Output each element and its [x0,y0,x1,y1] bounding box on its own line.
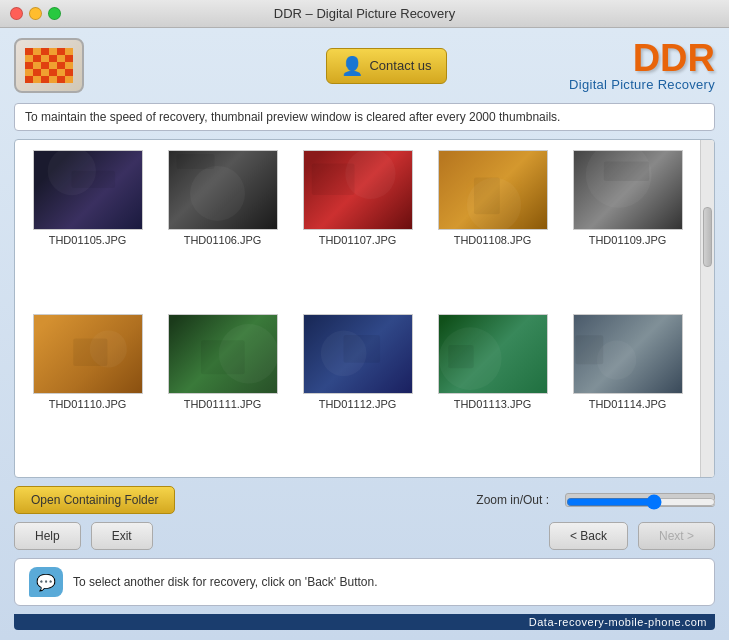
svg-rect-5 [176,154,214,169]
list-item[interactable]: THD01111.JPG [160,314,285,468]
thumbnail-image [168,314,278,394]
open-folder-button[interactable]: Open Containing Folder [14,486,175,514]
close-button[interactable] [10,7,23,20]
thumbnail-filename: THD01107.JPG [319,234,397,246]
titlebar: DDR – Digital Picture Recovery [0,0,729,28]
info-bar: To maintain the speed of recovery, thumb… [14,103,715,131]
nav-row: Help Exit < Back Next > [14,522,715,550]
zoom-range-input[interactable] [566,494,716,510]
svg-rect-14 [603,162,648,181]
list-item[interactable]: THD01108.JPG [430,150,555,304]
list-item[interactable]: THD01105.JPG [25,150,150,304]
thumbnail-filename: THD01114.JPG [589,398,667,410]
thumbnail-image [438,150,548,230]
ddr-title: DDR [569,39,715,77]
list-item[interactable]: THD01112.JPG [295,314,420,468]
controls-row: Open Containing Folder Zoom in/Out : [14,486,715,514]
contact-button[interactable]: 👤 Contact us [326,48,446,84]
svg-rect-23 [343,334,380,362]
zoom-label: Zoom in/Out : [476,493,549,507]
thumbnail-panel: THD01105.JPG THD01106.JPG THD01107.JPG T… [14,139,715,478]
thumbnail-filename: THD01111.JPG [184,398,262,410]
list-item[interactable]: THD01109.JPG [565,150,690,304]
svg-rect-29 [575,335,603,364]
thumbnail-image [573,314,683,394]
contact-label: Contact us [369,58,431,73]
window-title: DDR – Digital Picture Recovery [274,6,455,21]
thumbnail-filename: THD01109.JPG [589,234,667,246]
status-bar: 💬 To select another disk for recovery, c… [14,558,715,606]
list-item[interactable]: THD01110.JPG [25,314,150,468]
thumbnail-filename: THD01106.JPG [184,234,262,246]
thumbnail-image [303,314,413,394]
ddr-subtitle: Digital Picture Recovery [569,77,715,92]
maximize-button[interactable] [48,7,61,20]
svg-rect-2 [71,171,115,188]
list-item[interactable]: THD01113.JPG [430,314,555,468]
thumbnail-image [303,150,413,230]
watermark-bar: Data-recovery-mobile-phone.com [14,614,715,630]
watermark-text: Data-recovery-mobile-phone.com [529,616,707,628]
contact-icon: 👤 [341,55,363,77]
window-controls [10,7,61,20]
svg-rect-17 [73,338,107,365]
thumbnail-filename: THD01108.JPG [454,234,532,246]
next-button[interactable]: Next > [638,522,715,550]
svg-rect-11 [473,178,499,215]
scrollbar[interactable] [700,140,714,477]
scrollbar-thumb[interactable] [703,207,712,267]
thumbnail-filename: THD01105.JPG [49,234,127,246]
main-content: 👤 Contact us DDR Digital Picture Recover… [0,28,729,640]
thumbnail-image [168,150,278,230]
thumbnail-grid: THD01105.JPG THD01106.JPG THD01107.JPG T… [15,140,700,477]
back-button[interactable]: < Back [549,522,628,550]
exit-button[interactable]: Exit [91,522,153,550]
ddr-logo: DDR Digital Picture Recovery [569,39,715,92]
status-icon: 💬 [29,567,63,597]
scrollbar-track[interactable] [701,140,714,477]
svg-rect-8 [311,163,354,194]
svg-rect-20 [201,340,245,374]
list-item[interactable]: THD01114.JPG [565,314,690,468]
minimize-button[interactable] [29,7,42,20]
thumbnail-image [573,150,683,230]
thumbnail-filename: THD01110.JPG [49,398,127,410]
list-item[interactable]: THD01107.JPG [295,150,420,304]
thumbnail-filename: THD01113.JPG [454,398,532,410]
list-item[interactable]: THD01106.JPG [160,150,285,304]
zoom-slider[interactable] [565,493,715,507]
svg-point-4 [190,166,245,221]
thumbnail-image [438,314,548,394]
info-message: To maintain the speed of recovery, thumb… [25,110,560,124]
thumbnail-image [33,150,143,230]
thumbnail-image [33,314,143,394]
header-row: 👤 Contact us DDR Digital Picture Recover… [14,38,715,93]
thumbnail-filename: THD01112.JPG [319,398,397,410]
status-message: To select another disk for recovery, cli… [73,575,378,589]
app-logo [14,38,84,93]
svg-rect-26 [448,344,474,367]
help-button[interactable]: Help [14,522,81,550]
